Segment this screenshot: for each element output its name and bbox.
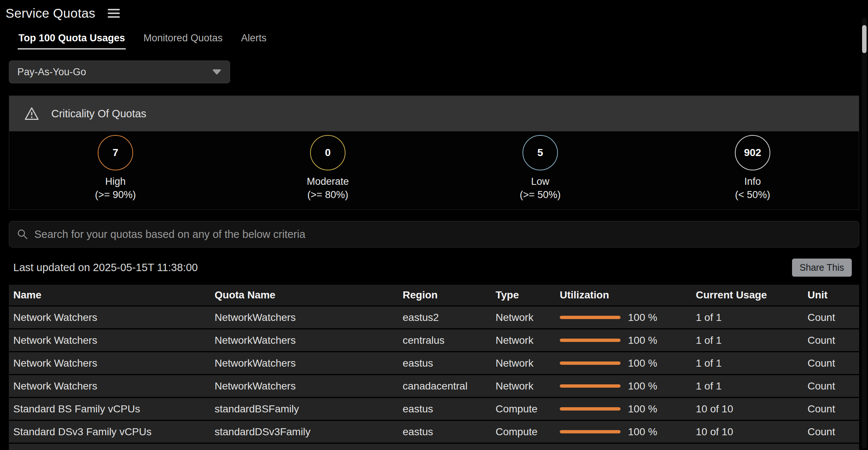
criticality-panel: Criticality Of Quotas 7High(>= 90%)0Mode…	[9, 96, 859, 210]
criticality-item: 0Moderate(>= 80%)	[222, 135, 434, 201]
search-input[interactable]	[34, 228, 851, 240]
table-row[interactable]: Network WatchersNetworkWatcherscentralus…	[9, 329, 859, 351]
cell-current-usage: 1 of 1	[696, 312, 808, 323]
cell-utilization: 100 %	[560, 312, 696, 323]
cell-quota-name: NetworkWatchers	[215, 380, 403, 392]
table-row[interactable]: Standard BS Family vCPUsstandardBSFamily…	[9, 398, 859, 420]
cell-current-usage: 1 of 1	[696, 380, 808, 392]
criticality-label: Info	[744, 176, 761, 187]
table-row[interactable]: Total Regional vCPUscoreseastus2Compute9…	[9, 444, 859, 450]
cell-region: centralus	[403, 335, 496, 346]
status-bar: Last updated on 2025-05-15T 11:38:00 Sha…	[13, 259, 852, 277]
cell-utilization: 100 %	[560, 335, 696, 346]
cell-quota-name: cores	[215, 449, 403, 450]
cell-quota-name: standardDSv3Family	[215, 426, 403, 438]
cell-quota-name: NetworkWatchers	[215, 312, 403, 323]
criticality-label: High	[105, 176, 126, 187]
search-bar	[9, 221, 859, 248]
criticality-range: (< 50%)	[735, 189, 770, 201]
menu-icon[interactable]	[108, 9, 120, 18]
cell-region: eastus2	[403, 312, 496, 323]
cell-utilization: 93.33 %	[560, 449, 696, 450]
cell-utilization: 100 %	[560, 403, 696, 415]
cell-type: Network	[496, 357, 560, 369]
cell-region: eastus	[403, 403, 496, 415]
cell-name: Total Regional vCPUs	[13, 449, 215, 450]
criticality-range: (>= 90%)	[95, 189, 136, 201]
criticality-count-circle[interactable]: 7	[98, 135, 133, 170]
page-title: Service Quotas	[6, 6, 95, 21]
column-header-utilization: Utilization	[560, 289, 696, 301]
cell-quota-name: standardBSFamily	[215, 403, 403, 415]
cell-unit: Count	[808, 380, 855, 392]
cell-type: Compute	[496, 426, 560, 438]
cell-type: Network	[496, 312, 560, 323]
criticality-label: Low	[531, 176, 549, 187]
criticality-panel-header[interactable]: Criticality Of Quotas	[9, 96, 859, 131]
app-header: Service Quotas	[0, 0, 868, 27]
utilization-bar	[560, 407, 621, 411]
criticality-count-circle[interactable]: 902	[735, 135, 770, 170]
utilization-value: 100 %	[628, 380, 657, 392]
criticality-panel-title: Criticality Of Quotas	[51, 108, 146, 120]
column-header-name: Name	[13, 289, 215, 301]
service-quotas-page: Service Quotas Top 100 Quota Usages Moni…	[0, 0, 868, 450]
tab-monitored-quotas[interactable]: Monitored Quotas	[143, 30, 223, 49]
criticality-count-circle[interactable]: 5	[522, 135, 558, 170]
cell-name: Standard DSv3 Family vCPUs	[13, 426, 215, 438]
cell-unit: Count	[808, 335, 855, 346]
column-header-unit: Unit	[808, 289, 855, 301]
tab-alerts[interactable]: Alerts	[240, 30, 267, 49]
criticality-item: 5Low(>= 50%)	[434, 135, 646, 201]
utilization-value: 100 %	[628, 403, 657, 415]
utilization-value: 100 %	[628, 357, 657, 369]
cell-unit: Count	[808, 449, 855, 450]
cell-region: eastus	[403, 357, 496, 369]
cell-current-usage: 1 of 1	[696, 357, 808, 369]
warning-icon	[24, 107, 39, 121]
criticality-count: 5	[537, 147, 543, 159]
cell-unit: Count	[808, 403, 855, 415]
criticality-items: 7High(>= 90%)0Moderate(>= 80%)5Low(>= 50…	[9, 131, 859, 210]
last-updated-text: Last updated on 2025-05-15T 11:38:00	[13, 262, 198, 274]
utilization-bar	[560, 361, 621, 365]
cell-current-usage: 10 of 10	[696, 403, 808, 415]
table-body: Network WatchersNetworkWatcherseastus2Ne…	[9, 307, 859, 450]
cell-name: Network Watchers	[13, 312, 215, 323]
cell-region: eastus2	[403, 449, 496, 450]
subscription-dropdown-value: Pay-As-You-Go	[17, 66, 86, 78]
subscription-dropdown[interactable]: Pay-As-You-Go	[9, 60, 230, 83]
column-header-quota-name: Quota Name	[215, 289, 403, 301]
column-header-region: Region	[403, 289, 496, 301]
cell-unit: Count	[808, 312, 855, 323]
table-row[interactable]: Network WatchersNetworkWatcherscanadacen…	[9, 375, 859, 397]
criticality-label: Moderate	[307, 176, 349, 187]
column-header-type: Type	[496, 289, 560, 301]
cell-current-usage: 14 of 15	[696, 449, 808, 450]
utilization-bar	[560, 339, 621, 342]
cell-type: Network	[496, 335, 560, 346]
cell-utilization: 100 %	[560, 357, 696, 369]
quota-table: Name Quota Name Region Type Utilization …	[9, 285, 859, 450]
cell-name: Standard BS Family vCPUs	[13, 403, 215, 415]
tab-top-100-quota-usages[interactable]: Top 100 Quota Usages	[18, 30, 126, 49]
table-row[interactable]: Network WatchersNetworkWatcherseastus2Ne…	[9, 307, 859, 328]
scrollbar[interactable]	[862, 18, 867, 449]
table-row[interactable]: Network WatchersNetworkWatcherseastusNet…	[9, 352, 859, 374]
utilization-value: 100 %	[628, 426, 657, 438]
table-header: Name Quota Name Region Type Utilization …	[9, 285, 859, 305]
cell-name: Network Watchers	[13, 380, 215, 392]
criticality-count-circle[interactable]: 0	[310, 135, 346, 170]
criticality-range: (>= 80%)	[307, 189, 348, 201]
scrollbar-thumb[interactable]	[862, 25, 867, 53]
criticality-item: 902Info(< 50%)	[646, 135, 859, 201]
cell-region: canadacentral	[403, 380, 496, 392]
cell-type: Compute	[496, 449, 560, 450]
criticality-range: (>= 50%)	[520, 189, 560, 201]
criticality-item: 7High(>= 90%)	[9, 135, 222, 201]
cell-quota-name: NetworkWatchers	[215, 357, 403, 369]
criticality-count: 902	[744, 147, 761, 159]
criticality-count: 7	[112, 147, 118, 159]
table-row[interactable]: Standard DSv3 Family vCPUsstandardDSv3Fa…	[9, 421, 859, 443]
share-this-button[interactable]: Share This	[792, 259, 852, 277]
